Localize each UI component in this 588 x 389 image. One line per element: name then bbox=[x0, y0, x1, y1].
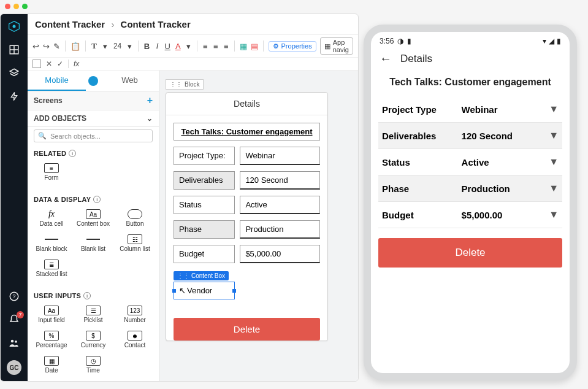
fx-icon[interactable]: fx bbox=[74, 60, 79, 68]
breadcrumb-app[interactable]: Content Tracker bbox=[35, 19, 105, 29]
field-row[interactable]: Deliverables 120 Second bbox=[174, 171, 320, 190]
redo-icon[interactable]: ↪ bbox=[43, 42, 50, 51]
align-center-icon[interactable]: ≡ bbox=[212, 42, 219, 51]
field-label[interactable]: Project Type: bbox=[174, 147, 235, 165]
chevron-down-icon[interactable]: ▼ bbox=[549, 130, 559, 141]
add-screen-icon[interactable]: + bbox=[147, 95, 153, 106]
record-title[interactable]: Tech Talks: Customer engagement bbox=[174, 123, 320, 141]
object-button[interactable]: Button bbox=[115, 207, 155, 229]
field-label[interactable]: Budget bbox=[174, 245, 235, 263]
form-icon: ≡ bbox=[44, 163, 59, 173]
content-box-icon: Aa bbox=[86, 209, 101, 219]
screens-header[interactable]: Screens + bbox=[28, 91, 159, 110]
add-objects-header[interactable]: ADD OBJECTS ⌄ bbox=[28, 110, 159, 127]
object-percentage[interactable]: %Percentage bbox=[31, 328, 72, 351]
field-value[interactable]: Active bbox=[240, 196, 320, 214]
field-label[interactable]: Status bbox=[174, 196, 235, 214]
chevron-down-icon[interactable]: ▼ bbox=[549, 104, 559, 115]
tab-mobile[interactable]: Mobile bbox=[28, 71, 86, 91]
chevron-down-icon[interactable]: ▼ bbox=[549, 209, 559, 220]
align-left-icon[interactable]: ≡ bbox=[202, 42, 208, 51]
canvas[interactable]: ⋮⋮ Block Details Tech Talks: Customer en… bbox=[159, 71, 358, 381]
people-icon[interactable] bbox=[8, 337, 20, 349]
object-stacked-list[interactable]: ≣Stacked list bbox=[31, 257, 72, 280]
italic-button[interactable]: I bbox=[154, 41, 161, 51]
object-form[interactable]: ≡ Form bbox=[31, 161, 72, 183]
logo-icon[interactable] bbox=[8, 20, 20, 33]
app-navigation-button[interactable]: ▦ App navig bbox=[320, 37, 353, 55]
chevron-down-icon[interactable]: ▼ bbox=[549, 156, 559, 168]
properties-button[interactable]: ⚙ Properties bbox=[269, 41, 316, 52]
help-icon[interactable]: ? bbox=[8, 290, 20, 302]
drag-handle-icon[interactable]: ⋮⋮ bbox=[170, 81, 182, 88]
object-time[interactable]: ◷Time bbox=[73, 353, 113, 376]
block-tag[interactable]: ⋮⋮ Block bbox=[166, 79, 204, 90]
object-data-cell[interactable]: fxData cell bbox=[31, 207, 72, 229]
avatar-badge[interactable]: GC bbox=[7, 360, 21, 375]
phone-nav-bar: ← Details bbox=[371, 48, 570, 72]
object-blank-block[interactable]: Blank block bbox=[31, 232, 72, 255]
layers-icon[interactable] bbox=[8, 67, 20, 79]
underline-button[interactable]: U bbox=[164, 42, 171, 51]
phone-field-row[interactable]: Phase Production ▼ bbox=[378, 175, 562, 202]
phone-field-row[interactable]: Project Type Webinar ▼ bbox=[378, 96, 562, 123]
details-card[interactable]: Details Tech Talks: Customer engagement … bbox=[166, 92, 328, 341]
field-row[interactable]: Budget $5,000.00 bbox=[174, 245, 320, 263]
back-arrow-icon[interactable]: ← bbox=[380, 52, 392, 66]
object-contact[interactable]: ☻Contact bbox=[115, 328, 155, 351]
field-value: Production bbox=[462, 183, 549, 194]
object-content-box[interactable]: AaContent box bbox=[73, 207, 113, 229]
object-column-list[interactable]: ☷Column list bbox=[115, 232, 155, 255]
clipboard-icon[interactable]: 📋 bbox=[71, 42, 80, 51]
field-value[interactable]: 120 Second bbox=[240, 171, 320, 190]
drag-handle-icon[interactable]: ⋮⋮ bbox=[177, 272, 189, 279]
data-display-heading: DATA & DISPLAYi bbox=[28, 191, 159, 206]
content-box-tag[interactable]: ⋮⋮ Content Box bbox=[174, 271, 229, 280]
notification-bell-icon[interactable] bbox=[8, 314, 20, 326]
undo-icon[interactable]: ↩ bbox=[32, 42, 39, 51]
object-picklist[interactable]: ☰Picklist bbox=[73, 303, 113, 326]
field-row[interactable]: Status Active bbox=[174, 196, 320, 214]
font-size-value[interactable]: 24 bbox=[112, 42, 123, 50]
cancel-formula-icon[interactable]: ✕ bbox=[46, 60, 52, 68]
cell-ref-box[interactable] bbox=[32, 60, 41, 68]
text-style-button[interactable]: T bbox=[90, 41, 98, 51]
fill-color-icon[interactable]: ▾ bbox=[185, 42, 192, 51]
phone-field-row[interactable]: Budget $5,000.00 ▼ bbox=[378, 202, 562, 228]
object-currency[interactable]: $Currency bbox=[73, 328, 113, 351]
field-value[interactable]: $5,000.00 bbox=[240, 245, 320, 263]
search-input[interactable]: 🔍 Search objects... bbox=[34, 129, 153, 142]
columns-icon[interactable]: ▦ bbox=[240, 42, 247, 51]
font-size-down-icon[interactable]: ▾ bbox=[102, 42, 109, 51]
phone-delete-button[interactable]: Delete bbox=[378, 238, 562, 268]
chevron-down-icon[interactable]: ▼ bbox=[549, 183, 559, 194]
phone-field-row[interactable]: Status Active ▼ bbox=[378, 149, 562, 175]
field-row[interactable]: Phase Production bbox=[174, 220, 320, 239]
rows-icon[interactable]: ▤ bbox=[251, 42, 258, 51]
user-inputs-heading: USER INPUTSi bbox=[28, 287, 159, 302]
tab-web[interactable]: Web bbox=[101, 71, 159, 91]
phone-time: 3:56 bbox=[380, 37, 394, 45]
text-color-button[interactable]: A bbox=[175, 42, 181, 51]
object-number[interactable]: 123Number bbox=[115, 303, 155, 326]
field-label[interactable]: Deliverables bbox=[174, 171, 235, 190]
font-size-up-icon[interactable]: ▾ bbox=[126, 42, 133, 51]
breadcrumb-page[interactable]: Content Tracker bbox=[121, 19, 191, 29]
object-blank-list[interactable]: Blank list bbox=[73, 232, 113, 255]
field-value[interactable]: Webinar bbox=[240, 147, 320, 165]
field-row[interactable]: Project Type: Webinar bbox=[174, 147, 320, 165]
phone-field-row[interactable]: Deliverables 120 Second ▼ bbox=[378, 123, 562, 149]
confirm-formula-icon[interactable]: ✓ bbox=[57, 60, 63, 68]
align-right-icon[interactable]: ≡ bbox=[223, 42, 229, 51]
object-date[interactable]: ▦Date bbox=[31, 353, 72, 376]
delete-button[interactable]: Delete bbox=[174, 318, 320, 341]
paint-icon[interactable]: ✎ bbox=[53, 42, 60, 51]
grid-icon[interactable] bbox=[8, 44, 20, 56]
bold-button[interactable]: B bbox=[143, 42, 150, 51]
field-label[interactable]: Phase bbox=[174, 220, 235, 239]
field-label: Deliverables bbox=[382, 131, 462, 141]
selected-content-box[interactable]: ↖Vendor bbox=[174, 282, 235, 299]
object-input-field[interactable]: AaInput field bbox=[31, 303, 72, 326]
bolt-icon[interactable] bbox=[8, 90, 20, 102]
field-value[interactable]: Production bbox=[240, 220, 320, 239]
